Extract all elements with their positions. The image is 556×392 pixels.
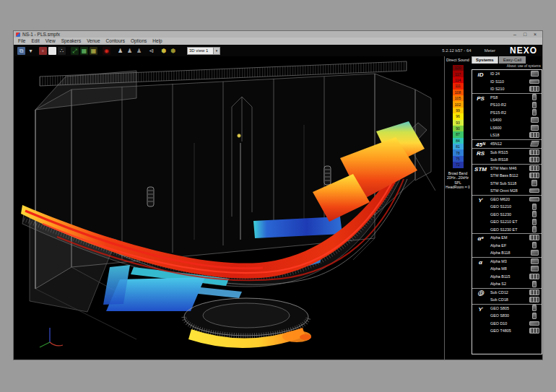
- speaker-list-item[interactable]: PS15-R2: [489, 109, 542, 117]
- speaker-list-item[interactable]: GEO M620: [489, 196, 542, 204]
- scale-footer-line: HeadRoom = 0: [446, 185, 470, 190]
- tab-systems[interactable]: Systems: [472, 56, 498, 64]
- source-marker[interactable]: [238, 134, 241, 138]
- menu-options[interactable]: Options: [128, 38, 149, 45]
- speaker-group-geo: ϒGEO S805GEO S830GEO D10GEO T4805: [472, 304, 542, 335]
- menu-view[interactable]: View: [43, 38, 58, 45]
- speaker-list-item[interactable]: Alpha EM: [489, 234, 542, 242]
- menu-speakers[interactable]: Speakers: [58, 38, 84, 45]
- speaker-list-item[interactable]: GEO S830: [489, 312, 542, 320]
- array-yellow-icon[interactable]: ⬢: [160, 47, 168, 55]
- speaker-list-item[interactable]: ID S210: [489, 85, 542, 93]
- speaker-group-ps: PSPS8PS10-R2PS15-R2LS400LS600LS18: [472, 93, 542, 139]
- title-bar[interactable]: NS-1 - PLS.smpfx – □ ×: [14, 31, 542, 38]
- speaker-name: ID 24: [489, 71, 527, 76]
- speaker-list-item[interactable]: Sub RS18: [489, 156, 542, 164]
- menu-venue[interactable]: Venue: [84, 38, 103, 45]
- scale-cell: 99: [453, 108, 464, 113]
- zoom-extents-icon[interactable]: ⤢: [71, 47, 79, 55]
- menu-help[interactable]: Help: [149, 38, 165, 45]
- nexo-logo: NEXO: [510, 45, 537, 56]
- speaker-list-item[interactable]: Sub CD12: [489, 289, 542, 297]
- save-icon[interactable]: ▫: [39, 47, 47, 55]
- viewport-3d[interactable]: [14, 56, 444, 360]
- speaker-list-item[interactable]: STM Omni M28: [489, 187, 542, 195]
- speaker-list-item[interactable]: Alpha B118: [489, 249, 542, 257]
- speaker-list-item[interactable]: Alpha M8: [489, 265, 542, 273]
- speaker-name: STM Bass B112: [489, 173, 527, 178]
- speaker-list-item[interactable]: 45N12: [489, 140, 542, 148]
- tab-easy-call[interactable]: Easy-Call: [499, 56, 526, 64]
- view-grid-green-icon[interactable]: ▦: [80, 47, 88, 55]
- speaker-list-item[interactable]: GEO S1230: [489, 211, 542, 219]
- speaker-list-item[interactable]: GEO S1210 ET: [489, 218, 542, 226]
- speaker-list-item[interactable]: PS10-R2: [489, 101, 542, 109]
- speaker-list-item[interactable]: Sub RS15: [489, 149, 542, 157]
- speaker-list-item[interactable]: GEO S1230 ET: [489, 226, 542, 234]
- speaker-list-item[interactable]: Alpha S2: [489, 280, 542, 288]
- new-doc-icon[interactable]: [48, 47, 56, 55]
- speaker-name: Alpha EF: [489, 243, 527, 248]
- speaker-group-cd: ⒹSub CD12Sub CD18: [472, 288, 542, 304]
- speaker-list-item[interactable]: Sub CD18: [489, 296, 542, 304]
- speaker-thumb-icon: [527, 258, 542, 264]
- spl-scale-column: Direct Sound 120117114111108105102999693…: [444, 56, 471, 360]
- mute-icon[interactable]: ◉: [103, 47, 110, 55]
- maximize-button[interactable]: □: [520, 31, 530, 38]
- speaker-thumb-icon: [527, 165, 542, 171]
- listener-3-icon[interactable]: ♟: [135, 47, 143, 55]
- speaker-list-item[interactable]: STM Main M46: [489, 165, 542, 173]
- units-label: Meter: [485, 48, 495, 53]
- speaker-list-item[interactable]: LS400: [489, 116, 542, 124]
- scale-cell: 81: [453, 144, 464, 149]
- minimize-button[interactable]: –: [510, 31, 520, 38]
- main-content: Direct Sound 120117114111108105102999693…: [14, 56, 542, 360]
- chevron-down-icon[interactable]: ▾: [213, 48, 220, 54]
- speaker-group-stm: STMSTM Main M46STM Bass B112STM Sub S118…: [472, 164, 542, 195]
- listener-1-icon[interactable]: ♟: [116, 47, 124, 55]
- speaker-list-item[interactable]: LS18: [489, 131, 542, 139]
- series-logo: Ⓓ: [472, 289, 489, 304]
- speaker-thumb-icon: [527, 141, 542, 147]
- listener-2-icon[interactable]: ♟: [126, 47, 134, 55]
- speaker-name: GEO S1230: [489, 212, 527, 217]
- speaker-small-icon[interactable]: ⊲: [147, 47, 155, 55]
- close-button[interactable]: ×: [530, 31, 540, 38]
- wall-column-speaker-right[interactable]: [324, 166, 331, 185]
- open-dropdown-icon[interactable]: ▾: [27, 47, 35, 55]
- scale-cell: 84: [453, 138, 464, 144]
- wall-column-speaker-left[interactable]: [147, 187, 154, 206]
- speaker-name: GEO T4805: [489, 328, 527, 333]
- scale-cell: 105: [453, 95, 464, 101]
- array-olive-icon[interactable]: ⬢: [169, 47, 177, 55]
- speaker-thumb-icon: [527, 219, 542, 225]
- toolbar-icons: ⧉▾▫∴⤢▦▦◉♟♟♟⊲⬢⬢: [17, 47, 177, 55]
- view-grid-olive-icon[interactable]: ▦: [90, 47, 97, 55]
- speaker-list-item[interactable]: Alpha EF: [489, 242, 542, 250]
- speaker-list-item[interactable]: GEO T4805: [489, 327, 542, 335]
- speaker-list-item[interactable]: Alpha M3: [489, 258, 542, 266]
- speaker-name: GEO S805: [489, 306, 527, 310]
- series-logo: STM: [472, 165, 489, 195]
- speaker-list-item[interactable]: Alpha B115: [489, 273, 542, 281]
- scale-cell: 96: [453, 113, 464, 119]
- network-icon[interactable]: ∴: [58, 47, 66, 55]
- speaker-list-item[interactable]: STM Bass B112: [489, 172, 542, 180]
- speaker-list-item[interactable]: GEO S1210: [489, 203, 542, 211]
- speaker-thumb-icon: [527, 79, 542, 84]
- speaker-name: GEO D10: [489, 321, 527, 326]
- menu-file[interactable]: File: [15, 38, 28, 45]
- menu-contours[interactable]: Contours: [103, 38, 128, 45]
- speaker-list-item[interactable]: ID S110: [489, 78, 542, 86]
- speaker-list-item[interactable]: GEO D10: [489, 320, 542, 328]
- speaker-list-item[interactable]: GEO S805: [489, 305, 542, 313]
- speaker-list-item[interactable]: PS8: [489, 94, 542, 102]
- speaker-list-item[interactable]: ID 24: [489, 70, 542, 78]
- speaker-list-item[interactable]: LS600: [489, 124, 542, 132]
- open-file-icon[interactable]: ⧉: [17, 47, 25, 55]
- speaker-thumb-icon: [527, 305, 542, 311]
- speaker-list-item[interactable]: STM Sub S118: [489, 180, 542, 188]
- speaker-thumb-icon: [527, 188, 542, 193]
- menu-edit[interactable]: Edit: [28, 38, 42, 45]
- view-selector[interactable]: 3D view 1 ▾: [187, 47, 220, 55]
